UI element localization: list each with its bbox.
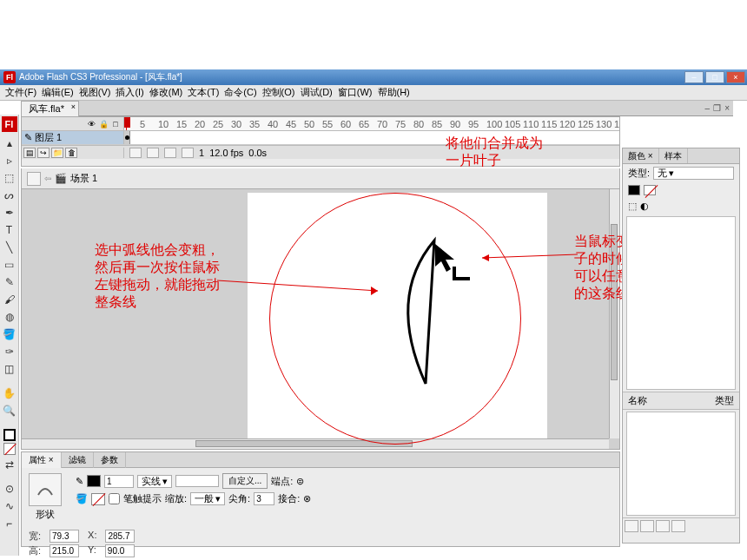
ink-bottle-tool[interactable]: ◍: [2, 309, 17, 325]
vertical-scrollbar[interactable]: [609, 189, 619, 438]
join-label: 接合:: [278, 492, 300, 505]
custom-stroke-button[interactable]: 自定义...: [222, 473, 268, 489]
join-icon[interactable]: ⊗: [303, 493, 311, 504]
rp-fill-swatch[interactable]: [644, 185, 656, 195]
horizontal-scrollbar[interactable]: [22, 438, 609, 449]
scene-label[interactable]: 场景 1: [70, 172, 97, 185]
show-hide-icon[interactable]: 👁: [87, 120, 96, 128]
rp-default-icon[interactable]: ◐: [640, 201, 649, 212]
rp-stroke-swatch[interactable]: [628, 185, 640, 195]
selection-tool[interactable]: ▴: [2, 135, 17, 151]
width-input[interactable]: [50, 530, 79, 543]
new-folder-button[interactable]: 📁: [51, 148, 63, 158]
tab-color[interactable]: 颜色 ×: [623, 148, 659, 163]
text-tool[interactable]: T: [2, 222, 17, 238]
doc-close-icon[interactable]: ×: [724, 103, 730, 113]
tab-swatch[interactable]: 样本: [659, 148, 688, 163]
lib-delete-button[interactable]: [671, 520, 685, 532]
height-input[interactable]: [50, 544, 79, 557]
rp-swap-icon[interactable]: ⬚: [628, 201, 637, 212]
close-button[interactable]: ×: [726, 71, 745, 83]
document-tab[interactable]: 风车.fla* ×: [21, 101, 79, 116]
cap-icon[interactable]: ⊜: [296, 476, 304, 487]
library-list[interactable]: [626, 412, 736, 516]
x-input[interactable]: [105, 530, 135, 543]
zoom-tool[interactable]: 🔍: [2, 403, 17, 418]
menu-control[interactable]: 控制(O): [262, 86, 295, 99]
edit-multi-icon[interactable]: [164, 148, 176, 158]
onion-outline-icon[interactable]: [147, 148, 159, 158]
menu-view[interactable]: 视图(V): [79, 86, 111, 99]
rectangle-tool[interactable]: ▭: [2, 257, 17, 273]
collapse-timeline-button[interactable]: [27, 172, 41, 186]
menu-commands[interactable]: 命令(C): [224, 86, 256, 99]
lib-new-folder-button[interactable]: [640, 520, 654, 532]
scale-select[interactable]: 一般 ▾: [190, 492, 225, 505]
y-input[interactable]: [105, 544, 135, 557]
hand-tool[interactable]: ✋: [2, 385, 17, 401]
timeline-ruler[interactable]: 5101520253035404550556065707580859095100…: [124, 117, 619, 130]
lib-properties-button[interactable]: [656, 520, 670, 532]
ruler-tick: 90: [450, 119, 460, 129]
outline-icon[interactable]: □: [111, 120, 120, 128]
stage-canvas[interactable]: [248, 193, 547, 443]
stage-area[interactable]: [21, 189, 620, 450]
brush-tool[interactable]: 🖌: [2, 292, 17, 307]
new-layer-button[interactable]: ▤: [23, 148, 36, 158]
menu-edit[interactable]: 编辑(E): [42, 86, 74, 99]
pen-tool[interactable]: ✒: [2, 205, 17, 221]
menu-help[interactable]: 帮助(H): [378, 86, 410, 99]
fill-color-swatch[interactable]: [3, 443, 16, 455]
delete-layer-button[interactable]: 🗑: [65, 148, 77, 158]
tab-properties[interactable]: 属性 ×: [22, 452, 62, 468]
menu-modify[interactable]: 修改(M): [149, 86, 183, 99]
lib-new-symbol-button[interactable]: [625, 520, 638, 532]
free-transform-tool[interactable]: ⬚: [2, 170, 17, 186]
pencil-tool[interactable]: ✎: [2, 274, 17, 290]
paint-bucket-tool[interactable]: 🪣: [2, 326, 17, 342]
eyedropper-tool[interactable]: ✑: [2, 344, 17, 359]
straighten-option-icon[interactable]: ⌐: [2, 516, 17, 531]
line-tool[interactable]: ╲: [2, 240, 17, 255]
playhead[interactable]: [126, 117, 127, 130]
scene-back-icon[interactable]: ⇦: [44, 174, 51, 183]
cap-label: 端点:: [271, 475, 293, 488]
tab-filters[interactable]: 滤镜: [62, 452, 94, 468]
lasso-tool[interactable]: ᔕ: [2, 188, 17, 203]
lib-col-type[interactable]: 类型: [715, 394, 734, 407]
onion-marker-icon[interactable]: [182, 148, 194, 158]
fill-color-picker[interactable]: [91, 493, 105, 505]
stroke-hinting-checkbox[interactable]: [109, 493, 120, 504]
keyframe-1[interactable]: [124, 131, 130, 144]
lib-col-name[interactable]: 名称: [628, 394, 715, 407]
tab-parameters[interactable]: 参数: [94, 452, 126, 468]
stroke-color-swatch[interactable]: [3, 429, 16, 441]
menu-text[interactable]: 文本(T): [188, 86, 219, 99]
doc-restore-icon[interactable]: ❐: [713, 103, 721, 113]
doc-minimize-icon[interactable]: –: [705, 103, 711, 113]
ruler-tick: 75: [395, 119, 406, 129]
smooth-option-icon[interactable]: ∿: [2, 498, 17, 514]
onion-skin-icon[interactable]: [129, 148, 142, 158]
minimize-button[interactable]: –: [684, 71, 704, 83]
miter-input[interactable]: [254, 492, 274, 505]
snap-option-icon[interactable]: ⊙: [2, 481, 17, 497]
maximize-button[interactable]: □: [705, 71, 724, 83]
eraser-tool[interactable]: ◫: [2, 361, 17, 377]
rp-type-select[interactable]: 无 ▾: [653, 167, 734, 180]
ruler-tick: 50: [304, 119, 314, 129]
document-tab-close-icon[interactable]: ×: [71, 102, 76, 111]
ruler-tick: 85: [432, 119, 442, 129]
swap-colors-icon[interactable]: ⇄: [2, 457, 17, 472]
menu-insert[interactable]: 插入(I): [116, 86, 143, 99]
layer-row[interactable]: ✎ 图层 1: [22, 131, 124, 144]
lock-icon[interactable]: 🔒: [99, 120, 108, 128]
menu-file[interactable]: 文件(F): [5, 86, 36, 99]
stroke-style-select[interactable]: 实线 ▾: [137, 475, 172, 488]
new-motion-guide-button[interactable]: ↪: [37, 148, 50, 158]
menu-window[interactable]: 窗口(W): [338, 86, 373, 99]
subselection-tool[interactable]: ▹: [2, 153, 17, 168]
stroke-color-picker[interactable]: [87, 475, 101, 487]
menu-debug[interactable]: 调试(D): [301, 86, 333, 99]
stroke-width-input[interactable]: [104, 475, 134, 488]
